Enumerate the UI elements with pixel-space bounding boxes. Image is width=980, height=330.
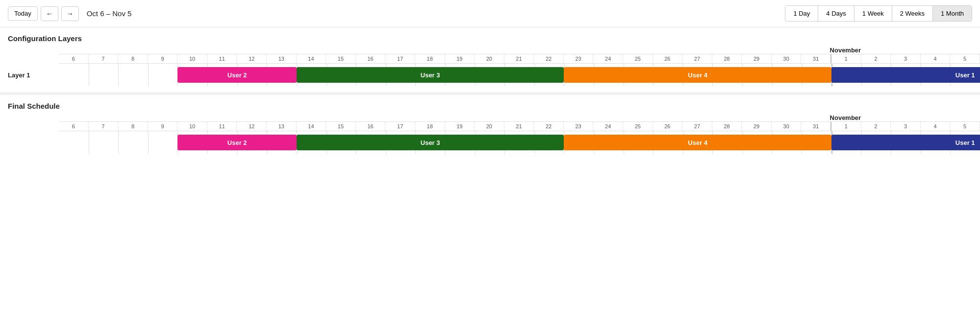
day-cell: 2: [861, 54, 891, 63]
schedule-bar[interactable]: User 3: [297, 135, 564, 150]
day-cell: 16: [356, 54, 386, 63]
day-cell: 18: [415, 54, 445, 63]
november-label: November: [830, 114, 980, 121]
day-cell: 14: [297, 122, 327, 131]
day-cell: 3: [891, 54, 921, 63]
day-cell: 28: [712, 122, 742, 131]
day-cell: 13: [267, 122, 297, 131]
day-cell: 1: [831, 54, 861, 63]
month-label-row: November: [59, 47, 980, 54]
day-cell: 4: [921, 54, 951, 63]
day-cell: 1: [831, 122, 861, 131]
final-section: Final Schedule November67891011121314151…: [0, 95, 980, 160]
day-cell: 30: [772, 54, 802, 63]
view-1month[interactable]: 1 Month: [933, 6, 972, 21]
day-cell: 15: [326, 122, 356, 131]
day-cell: 12: [237, 122, 267, 131]
day-cell: 8: [118, 54, 148, 63]
day-cell: 23: [564, 122, 594, 131]
grid-line: [148, 64, 149, 86]
gantt-track: User 2User 3User 4User 1User 2: [59, 64, 980, 86]
day-cell: 26: [653, 122, 683, 131]
view-1day[interactable]: 1 Day: [785, 6, 818, 21]
day-header-row: 6789101112131415161718192021222324252627…: [59, 121, 980, 131]
day-cell: 2: [861, 122, 891, 131]
day-cell: 5: [950, 54, 980, 63]
gantt-row: User 2User 3User 4User 1User 2: [0, 131, 980, 154]
day-cell: 9: [148, 54, 178, 63]
month-label-row: November: [59, 114, 980, 121]
day-cell: 22: [534, 122, 564, 131]
final-gantt: November67891011121314151617181920212223…: [0, 114, 980, 160]
day-cell: 31: [801, 122, 831, 131]
day-cell: 25: [623, 122, 653, 131]
day-header-row: 6789101112131415161718192021222324252627…: [59, 54, 980, 64]
day-cell: 16: [356, 122, 386, 131]
day-cell: 11: [207, 54, 237, 63]
day-cell: 11: [207, 122, 237, 131]
day-cell: 21: [504, 122, 534, 131]
day-cell: 18: [415, 122, 445, 131]
grid-line: [118, 64, 119, 86]
day-cell: 17: [385, 54, 415, 63]
day-cell: 13: [267, 54, 297, 63]
day-cell: 9: [148, 122, 178, 131]
day-cell: 3: [891, 122, 921, 131]
day-cell: 26: [653, 54, 683, 63]
day-cell: 15: [326, 54, 356, 63]
schedule-bar[interactable]: User 2: [177, 135, 296, 150]
day-cell: 19: [445, 122, 475, 131]
day-cell: 22: [534, 54, 564, 63]
view-2weeks[interactable]: 2 Weeks: [892, 6, 933, 21]
day-cell: 28: [712, 54, 742, 63]
gantt-row: Layer 1User 2User 3User 4User 1User 2: [0, 64, 980, 86]
schedule-bar[interactable]: User 3: [297, 67, 564, 83]
schedule-bar[interactable]: User 1: [831, 67, 980, 83]
config-gantt: November67891011121314151617181920212223…: [0, 47, 980, 92]
config-section: Configuration Layers November67891011121…: [0, 27, 980, 92]
day-cell: 12: [237, 54, 267, 63]
grid-line: [89, 64, 89, 86]
day-cell: 24: [593, 54, 623, 63]
day-cell: 4: [921, 122, 951, 131]
grid-line: [89, 131, 89, 154]
top-bar: Today ← → Oct 6 – Nov 5 1 Day 4 Days 1 W…: [0, 0, 980, 27]
top-bar-left: Today ← → Oct 6 – Nov 5: [8, 6, 131, 21]
day-cell: 29: [742, 122, 772, 131]
grid-line: [118, 131, 119, 154]
november-label: November: [830, 47, 980, 54]
day-cell: 31: [801, 54, 831, 63]
day-cell: 25: [623, 54, 653, 63]
day-cell: 30: [772, 122, 802, 131]
schedule-bar[interactable]: User 1: [831, 135, 980, 150]
day-cell: 7: [89, 122, 119, 131]
day-cell: 6: [59, 54, 89, 63]
next-button[interactable]: →: [61, 6, 79, 21]
day-cell: 6: [59, 122, 89, 131]
date-range: Oct 6 – Nov 5: [87, 9, 132, 18]
schedule-bar[interactable]: User 4: [564, 135, 831, 150]
day-cell: 29: [742, 54, 772, 63]
day-cell: 7: [89, 54, 119, 63]
day-cell: 17: [385, 122, 415, 131]
prev-button[interactable]: ←: [41, 6, 58, 21]
grid-line: [148, 131, 149, 154]
day-cell: 27: [682, 54, 712, 63]
schedule-bar[interactable]: User 4: [564, 67, 831, 83]
view-4days[interactable]: 4 Days: [818, 6, 854, 21]
view-buttons: 1 Day 4 Days 1 Week 2 Weeks 1 Month: [785, 5, 972, 22]
day-cell: 8: [118, 122, 148, 131]
day-cell: 24: [593, 122, 623, 131]
day-cell: 5: [950, 122, 980, 131]
view-1week[interactable]: 1 Week: [854, 6, 892, 21]
today-button[interactable]: Today: [8, 6, 38, 21]
day-cell: 27: [682, 122, 712, 131]
row-label: Layer 1: [0, 71, 59, 79]
schedule-bar[interactable]: User 2: [177, 67, 296, 83]
day-cell: 20: [475, 122, 504, 131]
final-section-title: Final Schedule: [0, 95, 980, 114]
day-cell: 14: [297, 54, 327, 63]
day-cell: 10: [177, 54, 207, 63]
day-cell: 20: [475, 54, 504, 63]
day-cell: 23: [564, 54, 594, 63]
